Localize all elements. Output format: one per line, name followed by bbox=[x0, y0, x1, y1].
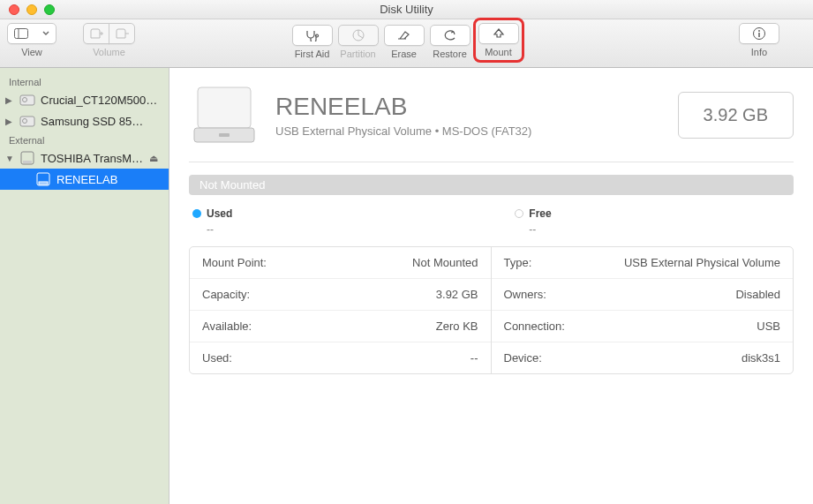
volume-subtitle: USB External Physical Volume • MS-DOS (F… bbox=[275, 124, 531, 138]
detail-right-col: Type:USB External Physical Volume Owners… bbox=[492, 247, 794, 373]
detail-row: Available:Zero KB bbox=[190, 311, 491, 342]
svg-rect-11 bbox=[23, 161, 32, 163]
sidebar-item-toshiba[interactable]: ▼ TOSHIBA TransM… ⏏ bbox=[0, 147, 169, 169]
erase-icon bbox=[396, 29, 412, 41]
mount-label: Mount bbox=[485, 47, 512, 57]
svg-rect-16 bbox=[219, 133, 230, 137]
divider bbox=[189, 162, 794, 162]
volume-plus-icon bbox=[89, 27, 103, 40]
detail-row: Used:-- bbox=[190, 342, 491, 373]
erase-label: Erase bbox=[391, 49, 417, 59]
content: RENEELAB USB External Physical Volume • … bbox=[169, 68, 813, 504]
volume-name: RENEELAB bbox=[275, 93, 531, 121]
sidebar-item-label: RENEELAB bbox=[56, 173, 117, 186]
window-title: Disk Utility bbox=[0, 3, 813, 16]
internal-drive-icon bbox=[19, 113, 35, 129]
sidebar-item-label: Crucial_CT120M500… bbox=[41, 94, 157, 107]
free-value: -- bbox=[515, 223, 551, 236]
used-dot-icon bbox=[192, 209, 201, 218]
partition-button[interactable] bbox=[338, 25, 379, 46]
volume-group bbox=[83, 23, 135, 44]
detail-left-col: Mount Point:Not Mounted Capacity:3.92 GB… bbox=[190, 247, 492, 373]
volume-label: Volume bbox=[93, 47, 125, 57]
volume-size: 3.92 GB bbox=[678, 92, 794, 139]
usage-used: Used -- bbox=[192, 207, 232, 236]
stethoscope-icon bbox=[305, 29, 320, 41]
erase-button[interactable] bbox=[384, 25, 425, 46]
volume-add-button[interactable] bbox=[83, 23, 109, 44]
partition-label: Partition bbox=[340, 49, 375, 59]
free-label: Free bbox=[529, 207, 551, 220]
view-label: View bbox=[21, 47, 42, 57]
first-aid-label: First Aid bbox=[295, 49, 330, 59]
svg-point-4 bbox=[758, 30, 760, 32]
restore-button[interactable] bbox=[430, 25, 470, 46]
detail-row: Mount Point:Not Mounted bbox=[190, 247, 491, 279]
disclosure-triangle-icon[interactable]: ▶ bbox=[5, 117, 14, 126]
detail-row: Type:USB External Physical Volume bbox=[492, 247, 794, 279]
view-button[interactable] bbox=[7, 23, 56, 44]
detail-row: Capacity:3.92 GB bbox=[190, 279, 491, 311]
chevron-down-icon bbox=[42, 31, 49, 36]
used-label: Used bbox=[207, 207, 232, 220]
disclosure-triangle-icon[interactable]: ▶ bbox=[5, 95, 14, 105]
sidebar-item-crucial[interactable]: ▶ Crucial_CT120M500… bbox=[0, 89, 169, 110]
svg-rect-14 bbox=[198, 87, 251, 128]
sidebar-section-external: External bbox=[0, 132, 169, 147]
detail-row: Connection:USB bbox=[492, 311, 794, 342]
sidebar-item-samsung[interactable]: ▶ Samsung SSD 85… bbox=[0, 110, 169, 132]
used-value: -- bbox=[192, 223, 232, 236]
usage-row: Used -- Free -- bbox=[189, 207, 794, 246]
usage-free: Free -- bbox=[515, 207, 551, 236]
sidebar-item-label: TOSHIBA TransM… bbox=[41, 152, 143, 165]
volume-image-icon bbox=[189, 84, 260, 146]
pie-icon bbox=[351, 28, 365, 42]
toolbar: View Volume First Aid bbox=[0, 19, 813, 68]
disclosure-triangle-icon[interactable]: ▼ bbox=[5, 154, 14, 163]
sidebar-item-label: Samsung SSD 85… bbox=[41, 115, 143, 128]
mount-icon bbox=[493, 27, 505, 40]
info-label: Info bbox=[751, 47, 767, 57]
eject-icon[interactable]: ⏏ bbox=[149, 153, 158, 164]
mount-status-bar: Not Mounted bbox=[189, 175, 794, 195]
detail-row: Owners:Disabled bbox=[492, 279, 794, 311]
volume-minus-icon bbox=[115, 27, 129, 40]
main: Internal ▶ Crucial_CT120M500… ▶ Samsung … bbox=[0, 68, 813, 504]
sidebar-icon bbox=[14, 28, 28, 39]
svg-rect-0 bbox=[15, 29, 28, 39]
mount-highlight: Mount bbox=[473, 18, 524, 63]
svg-rect-5 bbox=[758, 33, 759, 37]
info-button[interactable] bbox=[739, 23, 779, 44]
restore-label: Restore bbox=[433, 49, 467, 59]
volume-icon bbox=[35, 171, 51, 187]
restore-icon bbox=[443, 29, 457, 41]
free-dot-icon bbox=[515, 209, 523, 218]
volume-header: RENEELAB USB External Physical Volume • … bbox=[189, 84, 794, 162]
sidebar-section-internal: Internal bbox=[0, 73, 169, 89]
first-aid-button[interactable] bbox=[292, 25, 333, 46]
titlebar: Disk Utility bbox=[0, 0, 813, 19]
info-icon bbox=[752, 26, 766, 41]
volume-remove-button[interactable] bbox=[109, 23, 135, 44]
svg-rect-13 bbox=[39, 182, 48, 184]
detail-row: Device:disk3s1 bbox=[492, 342, 794, 373]
sidebar-item-reneelab[interactable]: RENEELAB bbox=[0, 169, 169, 190]
sidebar: Internal ▶ Crucial_CT120M500… ▶ Samsung … bbox=[0, 68, 169, 504]
mount-button[interactable] bbox=[478, 23, 519, 44]
detail-table: Mount Point:Not Mounted Capacity:3.92 GB… bbox=[189, 246, 794, 374]
external-drive-icon bbox=[19, 150, 35, 166]
internal-drive-icon bbox=[19, 92, 35, 108]
